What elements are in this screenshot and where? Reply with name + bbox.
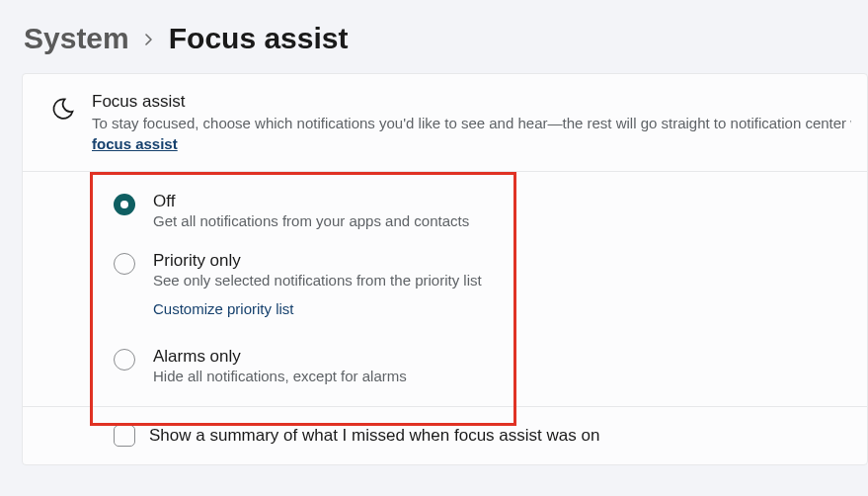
radio-off[interactable] [114, 194, 135, 215]
summary-label: Show a summary of what I missed when foc… [149, 426, 599, 446]
option-priority-only[interactable]: Priority only See only selected notifica… [23, 239, 867, 292]
radio-alarms-only[interactable] [114, 349, 135, 371]
option-title: Priority only [153, 251, 482, 271]
breadcrumb-parent[interactable]: System [24, 22, 129, 55]
breadcrumb: System Focus assist [0, 0, 868, 73]
radio-priority-only[interactable] [114, 253, 135, 275]
focus-assist-header: Focus assist To stay focused, choose whi… [23, 74, 867, 172]
settings-panel: Focus assist To stay focused, choose whi… [22, 73, 868, 465]
section-title: Focus assist [92, 92, 851, 112]
summary-checkbox[interactable] [114, 425, 135, 447]
option-alarms-only[interactable]: Alarms only Hide all notifications, exce… [23, 335, 867, 394]
option-title: Alarms only [153, 347, 407, 367]
chevron-right-icon [143, 28, 155, 50]
option-off[interactable]: Off Get all notifications from your apps… [23, 180, 867, 239]
option-title: Off [153, 192, 469, 211]
customize-priority-list-link[interactable]: Customize priority list [153, 300, 294, 317]
option-description: See only selected notifications from the… [153, 272, 482, 289]
section-description: To stay focused, choose which notificati… [92, 114, 851, 133]
focus-assist-options: Off Get all notifications from your apps… [23, 172, 867, 407]
breadcrumb-current: Focus assist [169, 22, 349, 55]
option-description: Hide all notifications, except for alarm… [153, 368, 407, 384]
option-description: Get all notifications from your apps and… [153, 212, 469, 229]
summary-row: Show a summary of what I missed when foc… [23, 407, 867, 464]
focus-assist-help-link[interactable]: focus assist [92, 135, 178, 152]
moon-icon [50, 92, 76, 122]
